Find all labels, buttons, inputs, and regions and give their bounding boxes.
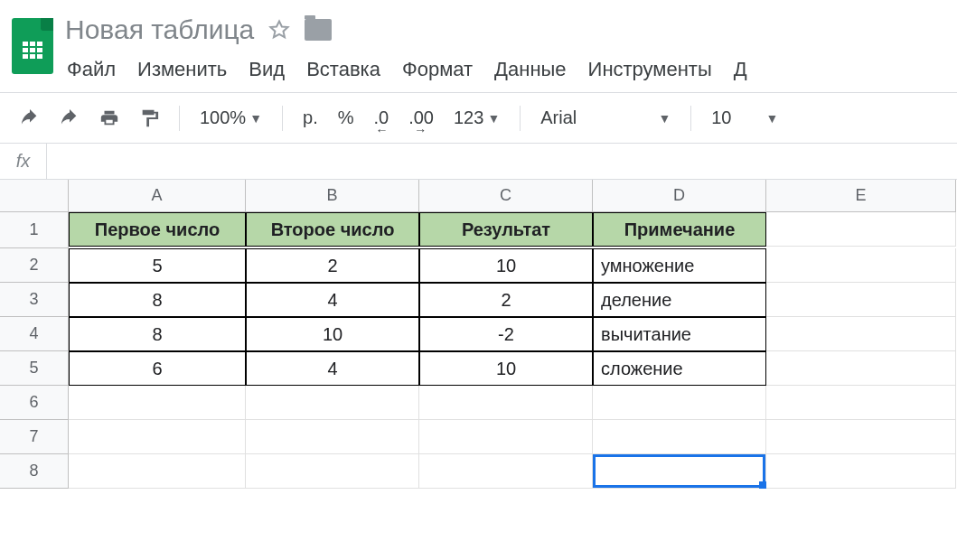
toolbar-separator [690, 106, 691, 131]
cell-C1[interactable]: Результат [419, 212, 593, 247]
selection-outline [593, 454, 765, 488]
cell-D8[interactable] [593, 454, 766, 489]
col-header-A[interactable]: A [69, 180, 246, 212]
row-header-3[interactable]: 3 [0, 283, 69, 317]
undo-button[interactable] [13, 103, 47, 134]
col-header-B[interactable]: B [246, 180, 419, 212]
menu-view[interactable]: Вид [249, 58, 285, 81]
col-header-E[interactable]: E [766, 180, 956, 212]
cell-B4[interactable]: 10 [246, 317, 419, 351]
cell-D1[interactable]: Примечание [593, 212, 766, 247]
cell-B5[interactable]: 4 [246, 351, 419, 386]
cell-A1[interactable]: Первое число [69, 212, 246, 247]
paint-format-button[interactable] [132, 103, 166, 134]
cell-B6[interactable] [246, 386, 419, 420]
chevron-down-icon: ▼ [249, 111, 262, 126]
menu-insert[interactable]: Вставка [306, 58, 380, 81]
table-row: 6 [0, 386, 957, 420]
menu-more[interactable]: Д [734, 58, 747, 81]
menu-file[interactable]: Файл [67, 58, 116, 81]
table-row: 2 5 2 10 умножение [0, 248, 957, 283]
cell-C2[interactable]: 10 [419, 248, 593, 283]
table-row: 4 8 10 -2 вычитание [0, 317, 957, 351]
cell-E3[interactable] [766, 283, 956, 317]
table-row: 7 [0, 420, 957, 454]
cell-D6[interactable] [593, 386, 766, 420]
folder-move-icon[interactable] [305, 19, 332, 41]
font-size-dropdown[interactable]: 10▼ [704, 102, 785, 134]
col-header-D[interactable]: D [593, 180, 766, 212]
toolbar-separator [282, 106, 283, 131]
menu-bar: Файл Изменить Вид Вставка Формат Данные … [11, 45, 957, 92]
cell-E8[interactable] [766, 454, 956, 489]
cell-B8[interactable] [246, 454, 419, 489]
cell-B3[interactable]: 4 [246, 283, 419, 317]
cell-D7[interactable] [593, 420, 766, 454]
cell-A2[interactable]: 5 [69, 248, 246, 283]
row-header-5[interactable]: 5 [0, 351, 69, 386]
cell-A7[interactable] [69, 420, 246, 454]
format-currency-button[interactable]: р. [296, 102, 325, 134]
cell-B7[interactable] [246, 420, 419, 454]
menu-data[interactable]: Данные [494, 58, 566, 81]
cell-B1[interactable]: Второе число [246, 212, 419, 247]
chevron-down-icon: ▼ [487, 111, 500, 126]
decrease-decimal-button[interactable]: .0← [367, 102, 397, 134]
font-name: Arial [540, 107, 577, 128]
percent-label: % [338, 107, 354, 128]
cell-A8[interactable] [69, 454, 246, 489]
toolbar-separator [179, 106, 180, 131]
cell-C6[interactable] [419, 386, 593, 420]
menu-tools[interactable]: Инструменты [588, 58, 712, 81]
menu-format[interactable]: Формат [402, 58, 473, 81]
format-percent-button[interactable]: % [331, 102, 361, 134]
arrow-right-icon: → [414, 123, 427, 137]
num-format-label: 123 [454, 107, 483, 128]
table-row: 3 8 4 2 деление [0, 283, 957, 317]
cell-C5[interactable]: 10 [419, 351, 593, 386]
cell-D2[interactable]: умножение [593, 248, 766, 283]
cell-C4[interactable]: -2 [419, 317, 593, 351]
menu-edit[interactable]: Изменить [137, 58, 227, 81]
cell-E4[interactable] [766, 317, 956, 351]
increase-decimal-button[interactable]: .00→ [401, 102, 441, 134]
cell-E2[interactable] [766, 248, 956, 283]
cell-B2[interactable]: 2 [246, 248, 419, 283]
font-family-dropdown[interactable]: Arial▼ [533, 102, 678, 134]
cell-E5[interactable] [766, 351, 956, 386]
more-formats-dropdown[interactable]: 123▼ [446, 102, 507, 134]
formula-input[interactable] [47, 152, 957, 171]
cell-A6[interactable] [69, 386, 246, 420]
selection-handle[interactable] [759, 481, 766, 489]
table-row: 1 Первое число Второе число Результат Пр… [0, 212, 957, 248]
cell-E7[interactable] [766, 420, 956, 454]
redo-button[interactable] [52, 103, 87, 134]
col-header-C[interactable]: C [419, 180, 593, 212]
cell-A4[interactable]: 8 [69, 317, 246, 351]
cell-C8[interactable] [419, 454, 593, 489]
sheets-logo-icon[interactable] [12, 18, 53, 74]
doc-title[interactable]: Новая таблица [65, 14, 254, 45]
row-header-1[interactable]: 1 [0, 212, 69, 248]
toolbar: 100%▼ р. % .0← .00→ 123▼ Arial▼ 10▼ [0, 93, 957, 144]
cell-A3[interactable]: 8 [69, 283, 246, 317]
print-button[interactable] [92, 103, 127, 134]
cell-C7[interactable] [419, 420, 593, 454]
star-icon[interactable] [268, 19, 290, 41]
cell-D3[interactable]: деление [593, 283, 766, 317]
zoom-dropdown[interactable]: 100%▼ [192, 102, 269, 134]
row-header-8[interactable]: 8 [0, 454, 69, 489]
cell-C3[interactable]: 2 [419, 283, 593, 317]
cell-A5[interactable]: 6 [69, 351, 246, 386]
app-header: Новая таблица Файл Изменить Вид Вставка … [0, 0, 957, 93]
cell-E1[interactable] [766, 212, 956, 247]
row-header-2[interactable]: 2 [0, 248, 69, 283]
row-header-6[interactable]: 6 [0, 386, 69, 420]
cell-D5[interactable]: сложение [593, 351, 766, 386]
row-header-7[interactable]: 7 [0, 420, 69, 454]
select-all-corner[interactable] [0, 180, 69, 212]
row-header-4[interactable]: 4 [0, 317, 69, 351]
cell-E6[interactable] [766, 386, 956, 420]
cell-D4[interactable]: вычитание [593, 317, 766, 351]
formula-bar: fx [0, 144, 957, 180]
